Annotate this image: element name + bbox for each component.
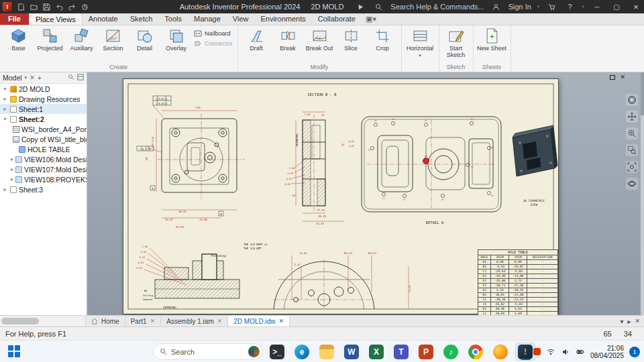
horizontal-scrollbar-thumb[interactable] bbox=[1, 318, 39, 324]
group-label-sheets[interactable]: Sheets bbox=[477, 63, 507, 72]
browser-filter-icon[interactable] bbox=[77, 74, 84, 82]
wifi-icon[interactable] bbox=[546, 347, 555, 357]
taskbar-app-spotify[interactable]: ♪ bbox=[441, 343, 461, 361]
orbit-icon[interactable] bbox=[626, 178, 638, 190]
play-icon[interactable] bbox=[354, 1, 366, 12]
tree-item[interactable]: ▾2D MOLD bbox=[0, 84, 87, 94]
nailboard-button[interactable]: Nailboard bbox=[194, 29, 233, 38]
hole-table-row[interactable]: E1-35,862,73- bbox=[478, 279, 558, 284]
undo-icon[interactable] bbox=[53, 1, 65, 12]
start-button[interactable] bbox=[8, 345, 20, 357]
tree-item[interactable]: ▸Drawing Resources bbox=[0, 94, 87, 104]
zoom-icon[interactable] bbox=[626, 127, 638, 139]
group-label-modify[interactable]: Modify bbox=[241, 63, 398, 72]
detail-button[interactable]: Detail bbox=[129, 27, 160, 52]
close-tab-icon[interactable]: ✕ bbox=[217, 318, 223, 324]
zoom-all-icon[interactable] bbox=[626, 161, 638, 173]
tree-expander-icon[interactable]: ▸ bbox=[2, 106, 8, 112]
save-icon[interactable] bbox=[40, 1, 52, 12]
taskbar-app-excel[interactable]: X bbox=[366, 343, 386, 361]
minimize-button[interactable]: ─ bbox=[590, 1, 604, 13]
hole-table-row[interactable]: I1-34,36-12,53- bbox=[478, 298, 558, 302]
close-tab-icon[interactable]: ✕ bbox=[279, 318, 284, 324]
taskbar-clock[interactable]: 21:06 08/04/2025 bbox=[590, 345, 624, 359]
tree-item[interactable]: HOLE TABLE bbox=[0, 144, 87, 154]
tree-expander-icon[interactable]: ▸ bbox=[11, 166, 13, 172]
hole-table-row[interactable]: K134,363,63- bbox=[478, 307, 558, 312]
help-icon[interactable]: ? bbox=[564, 1, 576, 12]
maximize-button[interactable]: ▢ bbox=[610, 1, 623, 13]
browser-search-icon[interactable] bbox=[68, 74, 74, 82]
tab-place-views[interactable]: Place Views bbox=[29, 13, 83, 25]
redo-icon[interactable] bbox=[66, 1, 78, 12]
open-folder-icon[interactable] bbox=[28, 1, 40, 12]
tree-item[interactable]: WSI_border_A4_Portra... bbox=[0, 124, 87, 134]
update-icon[interactable] bbox=[78, 1, 91, 12]
taskbar-app-chrome[interactable] bbox=[466, 343, 486, 361]
browser-add-icon[interactable]: + bbox=[38, 74, 42, 82]
group-label-sketch[interactable]: Sketch bbox=[443, 63, 470, 72]
hole-table-row[interactable]: D1-34,46-13,08- bbox=[478, 274, 558, 279]
tree-item[interactable]: ▸Sheet:1 bbox=[0, 104, 87, 114]
close-tab-icon[interactable]: ✕ bbox=[150, 318, 156, 324]
hole-table-row[interactable]: A10,000,00- bbox=[478, 260, 558, 265]
crop-button[interactable]: Crop bbox=[368, 27, 398, 52]
break-button[interactable]: Break bbox=[273, 27, 303, 52]
tray-chevron-icon[interactable] bbox=[519, 347, 528, 357]
sign-in-button[interactable]: Sign In bbox=[508, 3, 531, 11]
tree-item[interactable]: ▸Sheet:3 bbox=[0, 184, 87, 194]
slice-button[interactable]: Slice bbox=[336, 27, 366, 52]
browser-caret-icon[interactable]: ▾ bbox=[25, 75, 28, 80]
tree-item[interactable]: ▸VIEW107:Mold Design... bbox=[0, 164, 87, 174]
zoom-window-icon[interactable] bbox=[626, 144, 638, 156]
ribbon-options-icon[interactable]: ▣▾ bbox=[362, 13, 380, 25]
tree-item[interactable]: ▾Sheet:2 bbox=[0, 114, 87, 124]
battery-icon[interactable] bbox=[576, 347, 585, 357]
tab-scroll-icon[interactable]: ▸ bbox=[627, 318, 631, 325]
tab-part1[interactable]: Part1✕ bbox=[125, 316, 161, 326]
hole-table-row[interactable]: G13,33-18,55- bbox=[478, 288, 558, 293]
tab-manage[interactable]: Manage bbox=[188, 13, 227, 25]
inventor-logo-icon[interactable]: I bbox=[3, 2, 12, 11]
drawing-canvas[interactable]: SECTION B - BDETAIL A3D ISOMETRICVIEWTAP… bbox=[87, 72, 644, 315]
close-button[interactable]: ✕ bbox=[629, 1, 643, 13]
tab-sketch[interactable]: Sketch bbox=[124, 13, 159, 25]
search-daily-image[interactable] bbox=[248, 346, 260, 357]
selected-hole[interactable] bbox=[423, 158, 429, 164]
tab-view[interactable]: View bbox=[227, 13, 255, 25]
horizontal-scrollbar[interactable] bbox=[0, 316, 86, 326]
tabbar-close-icon[interactable]: ✕ bbox=[635, 318, 640, 324]
help-search-field[interactable]: Search Help & Commands... bbox=[390, 3, 484, 11]
taskbar-app-terminal[interactable]: >_ bbox=[267, 343, 287, 361]
new-file-icon[interactable] bbox=[15, 1, 27, 12]
tab-assembly1[interactable]: Assembly 1.iam✕ bbox=[161, 316, 228, 326]
tab-annotate[interactable]: Annotate bbox=[83, 13, 124, 25]
iso-view[interactable] bbox=[513, 125, 557, 176]
hole-table-row[interactable]: C1-29,63-5,03- bbox=[478, 269, 558, 274]
tree-item[interactable]: ▸VIEW108:PROYEKSI.ip... bbox=[0, 174, 87, 184]
tab-tools[interactable]: Tools bbox=[158, 13, 188, 25]
tab-home[interactable]: Home bbox=[86, 316, 125, 326]
taskbar-app-edge[interactable]: e bbox=[292, 343, 312, 361]
hole-table[interactable]: HOLE TABLE HOLEXDIMYDIMDESCRIPTION A10,0… bbox=[478, 249, 558, 315]
taskbar-app-file-explorer[interactable] bbox=[317, 343, 337, 361]
tree-expander-icon[interactable]: ▸ bbox=[2, 96, 8, 102]
cart-icon[interactable] bbox=[545, 1, 557, 12]
horizontal-button[interactable]: Horizontal ▾ bbox=[405, 27, 435, 59]
taskbar-app-powerpoint[interactable]: P bbox=[416, 343, 436, 361]
navigation-wheel-icon[interactable] bbox=[626, 94, 638, 106]
overlay-button[interactable]: Overlay bbox=[161, 27, 191, 52]
browser-title[interactable]: Model bbox=[3, 74, 22, 82]
auxiliary-button[interactable]: Auxiliary bbox=[66, 27, 97, 52]
taskbar-app-word[interactable]: W bbox=[341, 343, 362, 361]
hole-table-row[interactable]: F1-18,71-21,58- bbox=[478, 284, 558, 288]
projected-button[interactable]: Projected bbox=[35, 27, 65, 52]
hole-table-row[interactable]: H118,61-21,68- bbox=[478, 293, 558, 298]
tray-app-icon[interactable] bbox=[533, 348, 541, 355]
taskbar-app-teams[interactable]: T bbox=[391, 343, 411, 361]
help-caret-icon[interactable]: ▾ bbox=[582, 4, 584, 9]
notification-badge[interactable]: 1 bbox=[629, 347, 640, 357]
break-out-button[interactable]: Break Out bbox=[305, 27, 335, 52]
tree-expander-icon[interactable]: ▾ bbox=[2, 86, 8, 92]
base-button[interactable]: Base bbox=[3, 27, 34, 52]
